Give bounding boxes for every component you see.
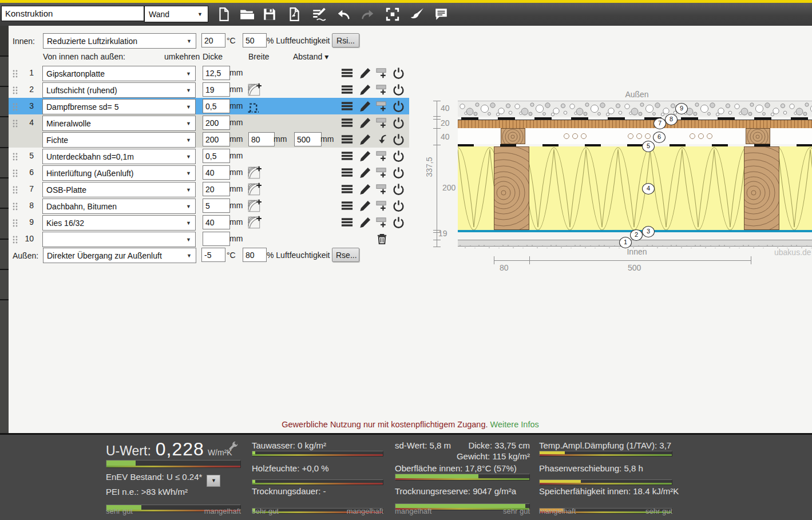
layer-thickness-input[interactable] — [203, 99, 230, 113]
layer-thickness-input[interactable] — [203, 232, 230, 246]
layer-material-select[interactable]: Luftschicht (ruhend) — [42, 82, 196, 98]
layer-material-select[interactable]: Hinterlüftung (Außenluft) — [42, 165, 196, 181]
toggle-layer-icon[interactable] — [392, 100, 405, 113]
innen-humidity-input[interactable] — [243, 33, 267, 47]
paint-icon[interactable] — [410, 7, 425, 22]
drag-handle-icon[interactable] — [12, 235, 18, 243]
stud-spacing-input[interactable] — [294, 132, 322, 146]
insert-layer-icon[interactable] — [375, 66, 389, 80]
drag-handle-icon[interactable] — [12, 102, 18, 110]
insert-layer-icon[interactable] — [375, 100, 389, 113]
layer-menu-icon[interactable] — [340, 100, 354, 113]
open-folder-icon[interactable] — [239, 7, 254, 22]
layer-thickness-input[interactable] — [203, 182, 230, 196]
layer-menu-icon[interactable] — [340, 149, 354, 162]
pdf-export-icon[interactable] — [287, 7, 302, 22]
rsi-button[interactable]: Rsi... — [332, 33, 359, 47]
layer-menu-icon[interactable] — [340, 116, 354, 129]
layer-thickness-input[interactable] — [203, 215, 230, 229]
toggle-layer-icon[interactable] — [392, 116, 405, 129]
toggle-layer-icon[interactable] — [392, 216, 405, 229]
layer-menu-icon[interactable] — [340, 182, 354, 196]
add-beams-icon[interactable] — [247, 215, 262, 230]
toggle-layer-icon[interactable] — [392, 83, 405, 96]
add-beams-icon[interactable] — [247, 82, 262, 97]
construction-type-select[interactable]: Wand ▼ — [144, 6, 208, 22]
insert-layer-icon[interactable] — [375, 216, 389, 229]
insert-layer-icon[interactable] — [375, 166, 389, 179]
layer-menu-icon[interactable] — [340, 199, 354, 212]
drag-handle-icon[interactable] — [12, 119, 18, 127]
edit-layer-icon[interactable] — [359, 149, 372, 162]
layer-thickness-input[interactable] — [203, 82, 230, 97]
drag-handle-icon[interactable] — [12, 202, 18, 210]
add-beams-icon[interactable] — [247, 182, 262, 197]
layer-material-select[interactable]: Gipskartonplatte — [42, 66, 196, 81]
more-info-link[interactable]: Weitere Infos — [490, 420, 539, 429]
edit-layer-icon[interactable] — [359, 199, 372, 212]
drag-handle-icon[interactable] — [12, 152, 18, 160]
save-icon[interactable] — [262, 7, 277, 22]
edit-layer-icon[interactable] — [359, 66, 372, 80]
layer-menu-icon[interactable] — [340, 216, 354, 229]
undo-icon[interactable] — [336, 7, 351, 22]
edit-layer-icon[interactable] — [359, 133, 372, 146]
layer-material-select[interactable]: Mineralwolle — [42, 116, 196, 131]
layer-thickness-input[interactable] — [203, 149, 230, 163]
add-beams-icon[interactable] — [247, 199, 262, 213]
innen-temperature-input[interactable] — [201, 33, 225, 47]
insert-layer-icon[interactable] — [375, 199, 389, 212]
insert-layer-icon[interactable] — [375, 116, 389, 129]
edit-layer-icon[interactable] — [359, 83, 372, 96]
stud-material-select[interactable]: Fichte — [42, 132, 196, 148]
layer-material-select[interactable]: Dampfbremse sd= 5 — [42, 99, 196, 114]
toggle-layer-icon[interactable] — [392, 166, 405, 179]
drag-handle-icon[interactable] — [12, 219, 18, 227]
edit-layer-icon[interactable] — [359, 182, 372, 196]
edit-layer-icon[interactable] — [359, 100, 372, 113]
drag-handle-icon[interactable] — [12, 169, 18, 177]
layer-menu-icon[interactable] — [340, 133, 354, 146]
edit-layer-icon[interactable] — [359, 166, 372, 179]
comment-icon[interactable] — [434, 7, 449, 22]
annotate-icon[interactable] — [312, 7, 327, 22]
drag-handle-icon[interactable] — [12, 86, 18, 94]
toggle-layer-icon[interactable] — [392, 199, 405, 212]
new-document-icon[interactable] — [216, 7, 231, 22]
aussen-temperature-input[interactable] — [201, 248, 225, 262]
layer-menu-icon[interactable] — [340, 83, 354, 96]
layer-material-select[interactable]: Kies 16/32 — [42, 215, 196, 231]
innen-surface-select[interactable]: Reduzierte Luftzirkulation — [43, 33, 196, 49]
stud-width-input[interactable] — [248, 132, 275, 146]
stud-thickness-input[interactable] — [203, 132, 230, 146]
drag-handle-icon[interactable] — [12, 69, 18, 77]
layer-material-select[interactable]: Dachbahn, Bitumen — [42, 199, 196, 214]
delete-layer-icon[interactable] — [375, 232, 389, 245]
insert-layer-icon[interactable] — [375, 149, 389, 162]
fullscreen-icon[interactable] — [385, 7, 400, 22]
toggle-layer-icon[interactable] — [392, 149, 405, 162]
edit-layer-icon[interactable] — [359, 116, 372, 129]
aussen-humidity-input[interactable] — [243, 248, 267, 262]
drag-handle-icon[interactable] — [12, 185, 18, 193]
redo-icon[interactable] — [360, 7, 375, 22]
layer-thickness-input[interactable] — [203, 116, 230, 130]
layer-menu-icon[interactable] — [340, 166, 354, 179]
membrane-overlap-icon[interactable] — [247, 99, 262, 114]
layer-material-select[interactable]: Unterdeckbahn sd=0,1m — [42, 149, 196, 164]
construction-name-input[interactable] — [1, 6, 144, 21]
edit-layer-icon[interactable] — [359, 216, 372, 229]
layer-thickness-input[interactable] — [203, 165, 230, 180]
add-beams-icon[interactable] — [247, 165, 262, 180]
toggle-layer-icon[interactable] — [392, 182, 405, 196]
wrench-icon[interactable] — [228, 440, 239, 452]
abstand-header[interactable]: Abstand ▾ — [293, 52, 328, 61]
enev-dropdown-button[interactable]: ▼ — [207, 475, 220, 487]
layer-thickness-input[interactable] — [203, 66, 230, 80]
toggle-layer-icon[interactable] — [392, 66, 405, 80]
insert-layer-icon[interactable] — [375, 83, 389, 96]
aussen-surface-select[interactable]: Direkter Übergang zur Außenluft — [43, 248, 196, 263]
insert-layer-icon[interactable] — [375, 182, 389, 196]
layer-material-select[interactable] — [42, 232, 196, 247]
reverse-link[interactable]: umkehren — [164, 52, 200, 61]
